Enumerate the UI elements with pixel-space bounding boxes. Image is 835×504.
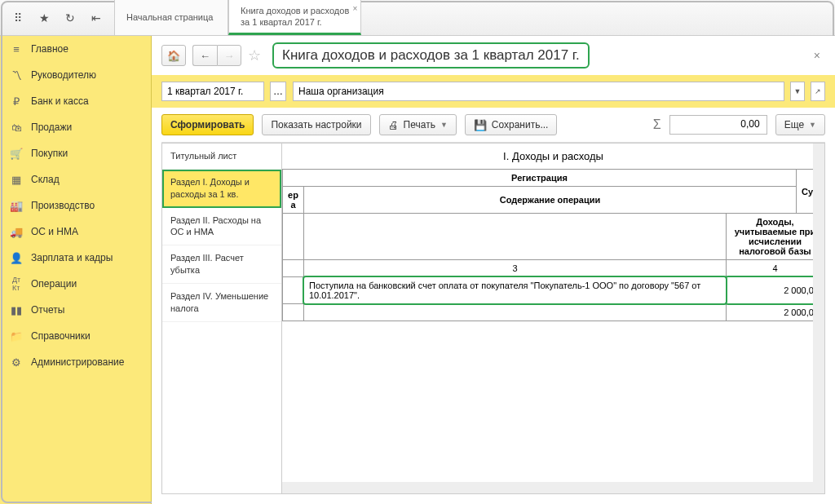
star-icon[interactable]: ★ (33, 7, 55, 29)
sidebar-item-production[interactable]: 🏭Производство (0, 192, 151, 219)
printer-icon: 🖨 (388, 119, 399, 131)
sidebar-item-label: Администрирование (31, 356, 124, 368)
close-icon[interactable]: × (352, 3, 357, 14)
bag-icon: 🛍 (10, 121, 23, 134)
ruble-icon: ₽ (10, 95, 23, 108)
sidebar-item-admin[interactable]: ⚙Администрирование (0, 349, 151, 375)
col-n3: 3 (304, 260, 727, 277)
factory-icon: 🏭 (10, 199, 23, 212)
tab-label: Начальная страница (126, 11, 216, 23)
sections-list: Титульный лист Раздел I. Доходы и расход… (161, 143, 282, 494)
org-field[interactable]: Наша организация (293, 82, 784, 101)
bars-icon: ▮▮ (10, 303, 23, 316)
gear-icon: ⚙ (10, 356, 23, 369)
sidebar-item-main[interactable]: ≡Главное (0, 36, 151, 62)
col-n4: 4 (727, 260, 824, 277)
disk-icon: 💾 (474, 119, 487, 131)
total-amount: 2 000,00 (727, 304, 824, 321)
home-button[interactable]: 🏠 (161, 45, 186, 66)
sidebar-item-label: Руководителю (31, 69, 96, 81)
workarea: Титульный лист Раздел I. Доходы и расход… (161, 142, 825, 494)
scrollbar-vertical[interactable] (813, 144, 824, 493)
topbar-quick-icons: ⠿ ★ ↻ ⇤ (0, 0, 114, 35)
sidebar-item-label: Покупки (31, 148, 68, 159)
section-2[interactable]: Раздел II. Расходы на ОС и НМА (162, 208, 281, 246)
button-label: Печать (404, 119, 435, 130)
tab-label-1: Книга доходов и расходов (241, 5, 349, 16)
sidebar-item-manager[interactable]: 〽Руководителю (0, 62, 151, 88)
sidebar-item-label: Отчеты (31, 304, 64, 316)
debit-icon: ДтКт (10, 277, 23, 290)
tab-label-2: за 1 квартал 2017 г. (241, 16, 349, 28)
col-content: Содержание операции (304, 187, 797, 214)
history-icon[interactable]: ↻ (59, 7, 82, 29)
content: 🏠 ← → ☆ Книга доходов и расходов за 1 кв… (152, 36, 835, 504)
close-icon[interactable]: × (809, 49, 825, 62)
sidebar-item-label: Операции (31, 278, 77, 290)
report-table-2: Доходы, учитываемые при исчислении налог… (282, 213, 824, 321)
sidebar-item-warehouse[interactable]: ▦Склад (0, 166, 151, 192)
sidebar-item-refs[interactable]: 📁Справочники (0, 323, 151, 349)
button-label: Еще (784, 119, 804, 130)
sidebar-item-label: Справочники (31, 330, 91, 342)
generate-button[interactable]: Сформировать (161, 114, 254, 135)
sum-box: 0,00 (669, 115, 767, 135)
chevron-down-icon: ▼ (440, 121, 448, 129)
back-icon[interactable]: ⇤ (85, 7, 108, 29)
cart-icon: 🛒 (10, 147, 23, 160)
save-button[interactable]: 💾Сохранить... (465, 114, 558, 135)
section-3[interactable]: Раздел III. Расчет убытка (162, 245, 281, 284)
col-registration: Регистрация (283, 170, 797, 187)
filterbar: 1 квартал 2017 г. … Наша организация ▼ ↗ (152, 75, 835, 108)
sidebar-item-hr[interactable]: 👤Зарплата и кадры (0, 245, 151, 271)
toolbar: Сформировать Показать настройки 🖨Печать▼… (152, 108, 835, 142)
sidebar-item-operations[interactable]: ДтКтОперации (0, 271, 151, 297)
chevron-down-icon: ▼ (809, 121, 816, 129)
truck-icon: 🚚 (10, 225, 23, 238)
topbar: ⠿ ★ ↻ ⇤ Начальная страница Книга доходов… (0, 0, 835, 36)
col-num: ер а (283, 187, 304, 214)
scrollbar-horizontal[interactable] (282, 482, 813, 493)
sidebar-item-reports[interactable]: ▮▮Отчеты (0, 297, 151, 323)
sigma-icon: Σ (653, 117, 661, 132)
sidebar-item-label: Главное (31, 43, 68, 55)
favorite-star-icon[interactable]: ☆ (248, 46, 266, 64)
row-description: Поступила на банковский счет оплата от п… (309, 281, 700, 300)
apps-icon[interactable]: ⠿ (7, 7, 29, 29)
menu-icon: ≡ (10, 42, 23, 55)
sidebar: ≡Главное 〽Руководителю ₽Банк и касса 🛍Пр… (0, 36, 152, 504)
report-title: I. Доходы и расходы (282, 144, 824, 169)
print-button[interactable]: 🖨Печать▼ (379, 114, 457, 135)
report-area[interactable]: I. Доходы и расходы Регистрация Сум ер а… (282, 143, 825, 494)
sidebar-item-assets[interactable]: 🚚ОС и НМА (0, 219, 151, 245)
box-icon: ▦ (10, 173, 23, 186)
tab-report[interactable]: Книга доходов и расходов за 1 квартал 20… (228, 0, 361, 35)
person-icon: 👤 (10, 251, 23, 264)
folder-icon: 📁 (10, 329, 23, 343)
sidebar-item-bank[interactable]: ₽Банк и касса (0, 88, 151, 114)
section-title-page[interactable]: Титульный лист (162, 144, 281, 170)
forward-button[interactable]: → (217, 45, 241, 66)
back-button[interactable]: ← (192, 45, 217, 66)
tab-home[interactable]: Начальная страница (114, 0, 228, 35)
period-picker-button[interactable]: … (270, 82, 286, 101)
show-settings-button[interactable]: Показать настройки (262, 114, 370, 135)
org-dropdown-button[interactable]: ▼ (790, 82, 805, 101)
page-title: Книга доходов и расходов за 1 квартал 20… (272, 42, 590, 69)
org-open-button[interactable]: ↗ (811, 82, 825, 101)
section-4[interactable]: Раздел IV. Уменьшение налога (162, 284, 281, 322)
sidebar-item-sales[interactable]: 🛍Продажи (0, 114, 151, 140)
sidebar-item-label: Продажи (31, 122, 72, 133)
sidebar-item-label: Производство (31, 200, 95, 211)
sidebar-item-label: Зарплата и кадры (31, 252, 113, 263)
sidebar-item-label: ОС и НМА (31, 226, 78, 237)
section-1[interactable]: Раздел I. Доходы и расходы за 1 кв. (162, 170, 281, 208)
sidebar-item-purchases[interactable]: 🛒Покупки (0, 140, 151, 166)
sidebar-item-label: Банк и касса (31, 95, 89, 107)
col-income: Доходы, учитываемые при исчислении налог… (727, 214, 824, 260)
report-table: Регистрация Сум ер а Содержание операции (282, 169, 824, 214)
period-field[interactable]: 1 квартал 2017 г. (161, 82, 264, 101)
more-button[interactable]: Еще▼ (775, 114, 825, 135)
chart-icon: 〽 (10, 69, 23, 82)
sidebar-item-label: Склад (31, 174, 60, 185)
